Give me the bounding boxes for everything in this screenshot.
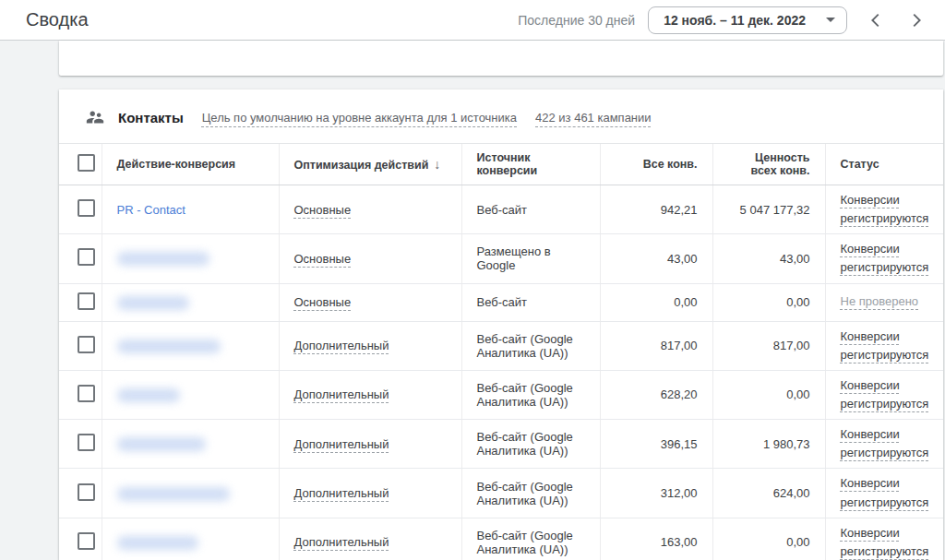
column-header-optimization[interactable]: Оптимизация действий↓ <box>279 144 461 185</box>
conversion-value-value: 624,00 <box>712 469 825 518</box>
optimization-value[interactable]: Дополнительный <box>294 437 389 451</box>
row-checkbox[interactable] <box>78 434 95 451</box>
all-conversions-value: 0,00 <box>600 283 712 321</box>
conversion-value-value: 1 980,73 <box>712 420 825 469</box>
contacts-people-icon <box>85 107 105 127</box>
status-text[interactable]: Конверсии регистрируются <box>841 193 929 225</box>
redacted-name <box>117 536 198 550</box>
default-goal-link[interactable]: Цель по умолчанию на уровне аккаунта для… <box>202 111 517 125</box>
optimization-value[interactable]: Основные <box>294 203 352 217</box>
chevron-right-icon <box>906 10 927 30</box>
column-header-action[interactable]: Действие-конверсия <box>102 144 279 185</box>
all-conversions-value: 163,00 <box>600 518 712 560</box>
select-all-checkbox[interactable] <box>78 154 95 172</box>
row-checkbox[interactable] <box>78 199 95 217</box>
redacted-name <box>117 437 206 451</box>
conversion-value-value: 5 047 177,32 <box>712 185 825 234</box>
status-text[interactable]: Не проверено <box>841 294 919 308</box>
sort-descending-icon: ↓ <box>434 157 440 172</box>
redacted-name <box>117 340 221 353</box>
date-range-controls: Последние 30 дней 12 нояб. – 11 дек. 202… <box>518 6 928 34</box>
date-range-preset-label: Последние 30 дней <box>518 13 635 28</box>
redacted-name <box>117 487 230 501</box>
row-checkbox[interactable] <box>78 248 95 266</box>
redacted-name <box>117 388 180 402</box>
all-conversions-value: 817,00 <box>600 321 712 370</box>
page-content: Контакты Цель по умолчанию на уровне акк… <box>0 41 945 560</box>
conversion-value-value: 817,00 <box>712 321 825 370</box>
column-header-source[interactable]: Источник конверсии <box>461 144 600 185</box>
table-row: Дополнительный Веб-сайт (Google Аналитик… <box>59 518 943 560</box>
table-header-row: Действие-конверсия Оптимизация действий↓… <box>59 144 943 185</box>
conversion-value-value: 0,00 <box>712 283 825 321</box>
row-checkbox[interactable] <box>78 292 95 310</box>
table-row: Дополнительный Веб-сайт (Google Аналитик… <box>59 370 943 419</box>
table-row: Основные Размещено в Google 43,00 43,00 … <box>59 234 943 283</box>
column-header-all-conversions[interactable]: Все конв. <box>600 144 712 185</box>
section-header: Контакты Цель по умолчанию на уровне акк… <box>59 89 943 143</box>
all-conversions-value: 43,00 <box>600 234 712 283</box>
date-range-value: 12 нояб. – 11 дек. 2022 <box>664 13 806 28</box>
status-text[interactable]: Конверсии регистрируются <box>841 427 929 459</box>
table-row: Дополнительный Веб-сайт (Google Аналитик… <box>59 469 943 518</box>
previous-period-button[interactable] <box>864 8 888 32</box>
row-checkbox[interactable] <box>78 385 95 402</box>
row-checkbox[interactable] <box>78 336 95 353</box>
status-text[interactable]: Конверсии регистрируются <box>841 242 929 274</box>
source-value: Веб-сайт (Google Аналитика (UA)) <box>477 332 573 360</box>
table-row: PR - Contact Основные Веб-сайт 942,21 5 … <box>59 185 943 234</box>
dropdown-caret-icon <box>826 18 835 22</box>
source-value: Веб-сайт (Google Аналитика (UA)) <box>477 430 573 458</box>
status-text[interactable]: Конверсии регистрируются <box>841 476 929 508</box>
source-value: Веб-сайт (Google Аналитика (UA)) <box>477 480 573 507</box>
optimization-value[interactable]: Дополнительный <box>294 486 389 500</box>
chevron-left-icon <box>866 10 886 30</box>
all-conversions-value: 312,00 <box>600 469 712 518</box>
redacted-name <box>117 296 189 310</box>
conversion-value-value: 0,00 <box>712 518 825 560</box>
top-app-bar: Сводка Последние 30 дней 12 нояб. – 11 д… <box>0 0 945 41</box>
status-text[interactable]: Конверсии регистрируются <box>841 329 929 362</box>
row-checkbox[interactable] <box>78 483 95 501</box>
all-conversions-value: 942,21 <box>600 185 712 234</box>
conversions-card: Контакты Цель по умолчанию на уровне акк… <box>59 89 943 560</box>
source-value: Веб-сайт <box>477 203 527 217</box>
conversion-action-link[interactable]: PR - Contact <box>117 203 185 217</box>
source-value: Веб-сайт <box>477 295 527 309</box>
page-title: Сводка <box>26 9 89 30</box>
source-value: Веб-сайт (Google Аналитика (UA)) <box>477 529 573 556</box>
date-range-selector[interactable]: 12 нояб. – 11 дек. 2022 <box>648 6 847 34</box>
optimization-value[interactable]: Дополнительный <box>294 339 389 352</box>
all-conversions-value: 628,20 <box>600 370 712 419</box>
table-row: Основные Веб-сайт 0,00 0,00 Не проверено <box>59 283 943 321</box>
row-checkbox[interactable] <box>78 532 95 550</box>
table-row: Дополнительный Веб-сайт (Google Аналитик… <box>59 321 943 370</box>
optimization-value[interactable]: Основные <box>294 295 352 309</box>
conversions-table: Действие-конверсия Оптимизация действий↓… <box>59 143 943 560</box>
table-row: Дополнительный Веб-сайт (Google Аналитик… <box>59 420 943 469</box>
status-text[interactable]: Конверсии регистрируются <box>841 526 929 558</box>
conversion-value-value: 0,00 <box>712 370 825 419</box>
section-title: Контакты <box>118 110 184 125</box>
table-body: PR - Contact Основные Веб-сайт 942,21 5 … <box>59 185 943 560</box>
campaigns-count-link[interactable]: 422 из 461 кампании <box>535 111 652 125</box>
optimization-value[interactable]: Дополнительный <box>294 535 389 549</box>
all-conversions-value: 396,15 <box>600 420 712 469</box>
optimization-value[interactable]: Основные <box>294 252 352 266</box>
status-text[interactable]: Конверсии регистрируются <box>841 378 929 411</box>
source-value: Веб-сайт (Google Аналитика (UA)) <box>477 381 573 409</box>
column-header-status[interactable]: Статус <box>825 144 943 185</box>
redacted-name <box>117 252 209 266</box>
optimization-value[interactable]: Дополнительный <box>294 387 389 401</box>
conversion-value-value: 43,00 <box>712 234 825 283</box>
previous-card-bottom <box>59 41 943 76</box>
next-period-button[interactable] <box>904 8 928 32</box>
column-header-conversion-value[interactable]: Ценность всех конв. <box>712 144 825 185</box>
source-value: Размещено в Google <box>477 244 551 272</box>
